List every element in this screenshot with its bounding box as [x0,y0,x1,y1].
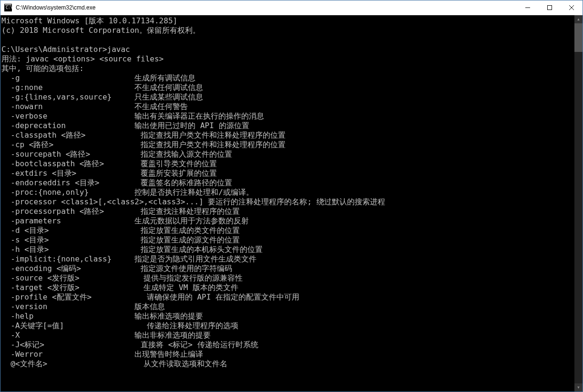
console-line: -proc:{none,only} 控制是否执行注释处理和/或编译。 [1,188,574,197]
console-line: @<文件名> 从文件读取选项和文件名 [1,359,574,369]
console-line: -processor <class1>[,<class2>,<class3>..… [1,197,574,207]
scrollbar-thumb[interactable] [574,23,583,52]
console-line: -bootclasspath <路径> 覆盖引导类文件的位置 [1,159,574,169]
console-line: -implicit:{none,class} 指定是否为隐式引用文件生成类文件 [1,254,574,264]
console-line: -J<标记> 直接将 <标记> 传递给运行时系统 [1,340,574,350]
console-line: -profile <配置文件> 请确保使用的 API 在指定的配置文件中可用 [1,292,574,302]
console-area: Microsoft Windows [版本 10.0.17134.285](c)… [0,15,583,392]
console-line: -h <目录> 指定放置生成的本机标头文件的位置 [1,245,574,254]
console-line [1,35,574,45]
console-line: 其中, 可能的选项包括: [1,64,574,73]
console-line: -g:none 不生成任何调试信息 [1,83,574,92]
window-titlebar: C:\ C:\Windows\system32\cmd.exe [0,0,583,15]
console-line: -target <发行版> 生成特定 VM 版本的类文件 [1,283,574,292]
console-line: -encoding <编码> 指定源文件使用的字符编码 [1,264,574,273]
console-line: -extdirs <目录> 覆盖所安装扩展的位置 [1,169,574,178]
console-line: -parameters 生成元数据以用于方法参数的反射 [1,216,574,226]
console-line: -nowarn 不生成任何警告 [1,102,574,111]
svg-rect-1 [5,4,11,5]
console-line: -g:{lines,vars,source} 只生成某些调试信息 [1,92,574,102]
maximize-button[interactable] [539,0,561,15]
scrollbar-up-arrow[interactable]: ▲ [574,15,583,23]
console-line: -version 版本信息 [1,302,574,312]
cmd-icon: C:\ [4,4,12,11]
console-line: -help 输出标准选项的提要 [1,312,574,321]
console-line: -processorpath <路径> 指定查找注释处理程序的位置 [1,207,574,216]
console-line: -verbose 输出有关编译器正在执行的操作的消息 [1,111,574,121]
console-line: -d <目录> 指定放置生成的类文件的位置 [1,226,574,235]
console-line: -X 输出非标准选项的提要 [1,331,574,340]
window-controls [517,0,583,15]
console-output[interactable]: Microsoft Windows [版本 10.0.17134.285](c)… [0,15,574,392]
console-line: C:\Users\Administrator>javac [1,45,574,54]
console-line: -cp <路径> 指定查找用户类文件和注释处理程序的位置 [1,140,574,150]
console-line: 用法: javac <options> <source files> [1,54,574,64]
window-title: C:\Windows\system32\cmd.exe [15,4,517,11]
minimize-button[interactable] [517,0,539,15]
svg-text:C:\: C:\ [6,6,12,10]
scrollbar-down-arrow[interactable]: ▼ [574,383,583,392]
console-line: -sourcepath <路径> 指定查找输入源文件的位置 [1,150,574,159]
console-line: -deprecation 输出使用已过时的 API 的源位置 [1,121,574,131]
console-line: -source <发行版> 提供与指定发行版的源兼容性 [1,273,574,283]
vertical-scrollbar[interactable]: ▲ ▼ [574,15,583,392]
console-line: -s <目录> 指定放置生成的源文件的位置 [1,235,574,245]
svg-rect-4 [548,6,552,10]
close-button[interactable] [561,0,583,15]
console-line: -endorseddirs <目录> 覆盖签名的标准路径的位置 [1,178,574,188]
console-line: -A关键字[=值] 传递给注释处理程序的选项 [1,321,574,331]
console-line: Microsoft Windows [版本 10.0.17134.285] [1,16,574,26]
console-line: (c) 2018 Microsoft Corporation。保留所有权利。 [1,26,574,35]
console-line: -g 生成所有调试信息 [1,73,574,83]
console-line: -Werror 出现警告时终止编译 [1,350,574,359]
console-line: -classpath <路径> 指定查找用户类文件和注释处理程序的位置 [1,131,574,140]
